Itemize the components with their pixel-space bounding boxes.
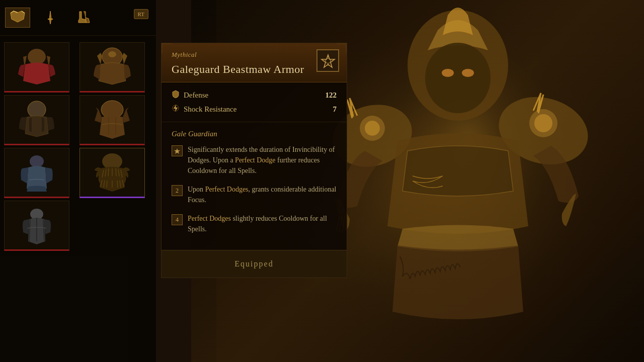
rarity-label: Mythical (172, 51, 337, 59)
nav-icon-weapon[interactable] (38, 8, 63, 28)
item-figure-6 (14, 205, 59, 245)
weapon-icon (45, 10, 55, 25)
ability-1-text: Significantly extends the duration of In… (188, 144, 337, 176)
ability-1-highlight-1: Perfect Dodge (235, 156, 275, 164)
svg-rect-13 (48, 19, 53, 20)
nav-icon-boots[interactable] (70, 8, 96, 28)
ability-3: 4 Perfect Dodges slightly reduces Cooldo… (172, 213, 337, 234)
set-name: Gale Guardian (172, 130, 337, 138)
ability-section: Gale Guardian Significantly extends the … (162, 122, 347, 250)
gale-icon (173, 147, 181, 155)
equipped-label: Equipped (234, 259, 273, 268)
item-figure-2 (14, 100, 59, 140)
emblem-icon (320, 53, 336, 68)
equipped-bar[interactable]: Equipped (162, 250, 347, 278)
stats-section: Defense 122 Shock Resistance 7 (162, 82, 347, 122)
stat-shock: Shock Resistance 7 (172, 104, 337, 114)
shock-icon (172, 104, 180, 114)
ability-2-text: Upon Perfect Dodges, grants considerable… (188, 184, 337, 205)
item-slot-4[interactable] (4, 148, 69, 198)
shield-icon (172, 90, 180, 98)
defense-label: Defense (184, 91, 208, 100)
ability-3-icon: 4 (172, 214, 183, 225)
shock-label: Shock Resistance (184, 105, 236, 114)
armor-icon (9, 10, 27, 25)
info-panel: Mythical Galeguard Beastmaw Armor Defens… (161, 43, 347, 278)
item-header: Mythical Galeguard Beastmaw Armor (162, 43, 347, 82)
nav-icon-armor[interactable] (5, 8, 30, 28)
ability-1-icon (172, 145, 183, 156)
item-figure-3 (90, 100, 135, 140)
rt-badge: RT (134, 9, 148, 19)
item-emblem (316, 49, 339, 72)
svg-point-22 (326, 58, 331, 63)
ability-3-text: Perfect Dodges slightly reduces Cooldown… (188, 213, 337, 234)
defense-icon (172, 90, 180, 100)
item-slot-6[interactable] (4, 201, 69, 251)
shock-value: 7 (333, 105, 337, 114)
ability-1: Significantly extends the duration of In… (172, 144, 337, 176)
ability-2-number: 2 (176, 187, 179, 195)
ability-3-number: 4 (176, 216, 179, 224)
item-figure-0 (14, 47, 59, 87)
left-panel: RT (0, 0, 156, 362)
item-slot-2[interactable] (4, 95, 69, 145)
item-grid (0, 38, 156, 255)
svg-point-17 (28, 101, 46, 118)
item-slot-1[interactable] (79, 42, 145, 93)
item-slot-5[interactable] (79, 148, 145, 198)
item-figure-5 (90, 152, 135, 193)
svg-point-19 (30, 155, 44, 167)
boots-icon (75, 11, 91, 25)
svg-point-16 (108, 51, 116, 57)
item-slot-0[interactable] (4, 42, 69, 93)
top-navigation: RT (0, 0, 156, 36)
ability-2-icon: 2 (172, 185, 183, 196)
svg-point-14 (28, 49, 46, 65)
item-name: Galeguard Beastmaw Armor (172, 63, 337, 76)
lightning-icon (172, 104, 180, 112)
ability-3-highlight-1: Perfect Dodges (188, 215, 231, 222)
item-slot-3[interactable] (79, 95, 145, 145)
item-figure-1 (90, 47, 135, 87)
ability-2: 2 Upon Perfect Dodges, grants considerab… (172, 184, 337, 205)
defense-value: 122 (326, 91, 337, 100)
stat-defense: Defense 122 (172, 90, 337, 100)
ability-2-highlight-1: Perfect Dodges (205, 186, 249, 193)
item-figure-4 (14, 152, 59, 193)
